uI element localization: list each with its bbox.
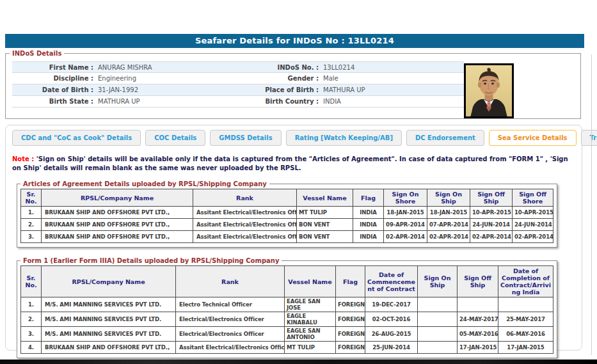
column-header: Sr. No. bbox=[21, 189, 42, 207]
field-value: ANURAG MISHRA bbox=[97, 62, 214, 72]
table-cell: INDIA bbox=[353, 231, 384, 243]
table-cell: M/S. AMI MANNING SERVICES PVT LTD. bbox=[42, 327, 176, 342]
table-cell: 2. bbox=[21, 312, 42, 327]
table-cell: 02-OCT-2016 bbox=[365, 312, 418, 327]
seafarer-photo bbox=[464, 63, 514, 118]
table-cell: MT TULIP bbox=[297, 207, 353, 219]
table-cell: 18-JAN-2015 bbox=[427, 207, 470, 219]
details-panel: CDC and "CoC as Cook" DetailsCOC Details… bbox=[5, 125, 582, 351]
seafarer-details-page: Seafarer Details for INDoS No : 13LL0214… bbox=[0, 0, 597, 364]
table-cell: Electrical/Electronics Officer bbox=[176, 312, 285, 327]
field-label: Place of Birth : bbox=[214, 84, 322, 95]
table-row: 3.BRUKAAN SHIP AND OFFSHORE PVT LTD.,Ass… bbox=[21, 231, 553, 243]
page-title: Seafarer Details for INDoS No : 13LL0214 bbox=[5, 34, 584, 48]
table-cell: FOREIGN bbox=[336, 312, 365, 327]
field-value: MATHURA UP bbox=[97, 96, 214, 107]
table-cell: 24-JUN-2014 bbox=[470, 219, 513, 231]
tab-sea-service-details[interactable]: Sea Service Details bbox=[489, 130, 577, 146]
column-header: Sign Off Shore bbox=[513, 189, 553, 207]
table-cell: BRUKAAN SHIP AND OFFSHORE PVT LTD., bbox=[42, 342, 176, 354]
table-cell: BON VENT bbox=[297, 219, 353, 231]
table-cell: 1. bbox=[21, 207, 42, 219]
indos-details-section: INDoS Details First Name :ANURAG MISHRAI… bbox=[5, 50, 581, 119]
field-label: First Name : bbox=[12, 62, 97, 72]
indos-detail-row: First Name :ANURAG MISHRAINDoS No. :13LL… bbox=[12, 61, 464, 73]
articles-table: Sr. No.RPSL/Company NameRankVessel NameF… bbox=[20, 189, 553, 243]
table-cell: 17-JAN-2015 bbox=[458, 342, 498, 354]
table-cell: 05-MAY-2016 bbox=[458, 327, 498, 342]
table-cell: 07-APR-2014 bbox=[427, 219, 470, 231]
field-label: Birth State : bbox=[12, 96, 97, 107]
field-label: Date of Birth : bbox=[12, 84, 97, 95]
field-label: Birth Country : bbox=[214, 96, 322, 107]
column-header: Sign On Ship bbox=[418, 266, 458, 297]
table-cell: 17-JAN-2015 bbox=[498, 342, 553, 354]
field-value: 13LL0214 bbox=[322, 62, 464, 72]
table-cell bbox=[498, 297, 553, 312]
table-cell: 4. bbox=[21, 342, 42, 354]
note-text: Note : 'Sign on Ship' details will be av… bbox=[12, 155, 571, 173]
column-header: Sign On Ship bbox=[427, 189, 470, 207]
tab-cdc-and-coc-as-cook-details[interactable]: CDC and "CoC as Cook" Details bbox=[12, 130, 141, 146]
table-cell: Electro Technical Officer bbox=[176, 297, 285, 312]
table-cell: 3. bbox=[21, 327, 42, 342]
table-cell: INDIA bbox=[353, 207, 384, 219]
table-cell: Assitant Electrical/Electronics Officer bbox=[193, 219, 297, 231]
column-header: RPSL/Company Name bbox=[42, 189, 193, 207]
tab-dc-endorsement[interactable]: DC Endorsement bbox=[406, 130, 484, 146]
table-cell: BRUKAAN SHIP AND OFFSHORE PVT LTD., bbox=[42, 219, 193, 231]
tab-bar: CDC and "CoC as Cook" DetailsCOC Details… bbox=[12, 130, 582, 146]
table-cell bbox=[418, 327, 458, 342]
table-cell: 02-APR-2014 bbox=[384, 231, 427, 243]
table-cell bbox=[418, 297, 458, 312]
table-cell bbox=[458, 297, 498, 312]
column-header: Sign On Shore bbox=[384, 189, 427, 207]
tab-coc-details[interactable]: COC Details bbox=[145, 130, 205, 146]
table-cell: 26-AUG-2015 bbox=[365, 327, 418, 342]
table-cell: M/S. AMI MANNING SERVICES PVT LTD. bbox=[42, 312, 176, 327]
column-header: Vessel Name bbox=[297, 189, 353, 207]
table-cell: 3. bbox=[21, 231, 42, 243]
table-cell: 18-JAN-2015 bbox=[384, 207, 427, 219]
table-cell: 10-APR-2015 bbox=[470, 207, 513, 219]
column-header: Sign Off Ship bbox=[470, 189, 513, 207]
table-cell: FOREIGN bbox=[336, 297, 365, 312]
table-cell: 09-APR-2014 bbox=[384, 219, 427, 231]
table-row: 1.BRUKAAN SHIP AND OFFSHORE PVT LTD.,Ass… bbox=[21, 207, 553, 219]
tab-rating-watch-keeping-ab[interactable]: Rating [Watch Keeping/AB] bbox=[286, 130, 402, 146]
table-cell: Assitant Electrical/Electronics Officer bbox=[193, 207, 297, 219]
table-cell: Electrical/Electronics Officer bbox=[176, 327, 285, 342]
column-header: Date of Completion of Contract/Arriving … bbox=[498, 266, 553, 297]
table-cell: BON VENT bbox=[297, 231, 353, 243]
table-cell: EAGLE SAN ANTONIO bbox=[285, 327, 336, 342]
field-label: INDoS No. : bbox=[214, 62, 322, 72]
table-cell bbox=[418, 342, 458, 354]
table-cell: M/S. AMI MANNING SERVICES PVT LTD. bbox=[42, 297, 176, 312]
window-edge bbox=[591, 54, 592, 355]
table-row: 2.BRUKAAN SHIP AND OFFSHORE PVT LTD.,Ass… bbox=[21, 219, 553, 231]
field-value: Male bbox=[322, 73, 464, 84]
table-cell: FOREIGN bbox=[336, 327, 365, 342]
table-cell: 19-DEC-2017 bbox=[365, 297, 418, 312]
seafarer-photo-image bbox=[466, 65, 512, 116]
column-header: RPSL/Company Name bbox=[42, 266, 176, 297]
table-row: 4.BRUKAAN SHIP AND OFFSHORE PVT LTD.,Ass… bbox=[21, 342, 553, 354]
table-cell: MT TULIP bbox=[285, 342, 336, 354]
table-cell: 25-JUN-2014 bbox=[365, 342, 418, 354]
indos-detail-row: Discipline :EngineeringGender :Male bbox=[12, 73, 464, 84]
column-header: Sign Off Ship bbox=[458, 266, 498, 297]
table-row: 3.M/S. AMI MANNING SERVICES PVT LTD.Elec… bbox=[21, 327, 553, 342]
bottom-bar bbox=[0, 360, 597, 364]
field-value: 31-JAN-1992 bbox=[97, 84, 214, 95]
table-cell: BRUKAAN SHIP AND OFFSHORE PVT LTD., bbox=[42, 231, 193, 243]
tab-gmdss-details[interactable]: GMDSS Details bbox=[210, 130, 281, 146]
form1-section: Form 1 (Earlier Form IIIA) Details uploa… bbox=[17, 257, 557, 358]
table-cell: Assitant Electrical/Electronics Officer bbox=[176, 342, 285, 354]
field-value: Engineering bbox=[97, 73, 214, 84]
table-row: 1.M/S. AMI MANNING SERVICES PVT LTD.Elec… bbox=[21, 297, 553, 312]
indos-detail-row: Birth State :MATHURA UPBirth Country :IN… bbox=[12, 96, 464, 107]
tab-training-details[interactable]: Training Details bbox=[581, 130, 597, 146]
table-cell: 10-APR-2015 bbox=[513, 207, 553, 219]
form1-legend: Form 1 (Earlier Form IIIA) Details uploa… bbox=[20, 257, 282, 264]
table-cell: INDIA bbox=[353, 219, 384, 231]
